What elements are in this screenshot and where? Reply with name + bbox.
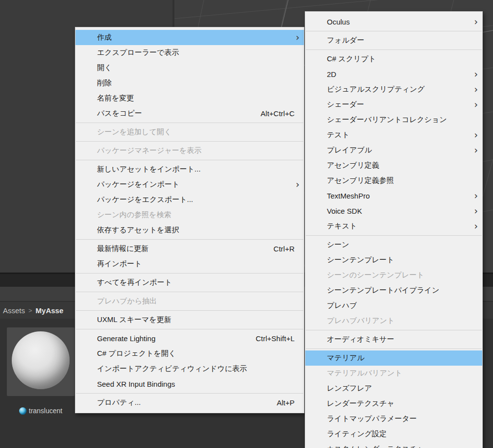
menu-item-label: シーンを追加して開く (97, 127, 172, 137)
menu-item-label: 新しいアセットをインポート... (97, 165, 200, 174)
menu-item[interactable]: ライティング設定 (305, 426, 482, 442)
menu-item[interactable]: プロパティ...Alt+P (75, 395, 304, 410)
menu-item[interactable]: C# プロジェクトを開く (75, 346, 304, 361)
asset-label[interactable]: translucent (7, 407, 74, 415)
menu-item[interactable]: パッケージをインポート› (75, 177, 304, 192)
menu-item-label: レンダーテクスチャ (327, 399, 394, 408)
menu-item[interactable]: 開く (75, 60, 304, 75)
menu-item[interactable]: ビジュアルスクリプティング› (305, 82, 482, 97)
menu-item-label: シーンテンプレート (327, 255, 394, 265)
menu-separator (76, 123, 303, 123)
menu-separator (306, 31, 482, 31)
menu-item-label: 作成 (97, 33, 112, 42)
menu-item[interactable]: アセンブリ定義 (305, 158, 482, 173)
menu-item: マテリアルバリアント (305, 366, 482, 381)
menu-item[interactable]: すべてを再インポート (75, 275, 304, 290)
menu-item[interactable]: シェーダー› (305, 97, 482, 112)
menu-item[interactable]: 依存するアセットを選択 (75, 223, 304, 238)
breadcrumb-root[interactable]: Assets (3, 306, 25, 315)
menu-item[interactable]: Generate LightingCtrl+Shift+L (75, 331, 304, 346)
menu-item-label: UXML スキーマを更新 (97, 315, 172, 324)
submenu-arrow-icon: › (474, 100, 478, 109)
menu-item[interactable]: Voice SDK› (305, 203, 482, 219)
menu-item[interactable]: 削除 (75, 75, 304, 91)
menu-item-label: ビジュアルスクリプティング (327, 85, 425, 94)
menu-item-label: シーン内の参照を検索 (97, 210, 171, 220)
menu-item[interactable]: Seed XR Input Bindings (75, 376, 304, 392)
menu-item-label: パスをコピー (97, 109, 142, 118)
menu-item[interactable]: UXML スキーマを更新 (75, 312, 304, 327)
menu-item[interactable]: 新しいアセットをインポート... (75, 162, 304, 177)
menu-item[interactable]: マテリアル (305, 350, 482, 366)
submenu-arrow-icon: › (296, 179, 299, 189)
menu-item-label: エクスプローラーで表示 (97, 48, 179, 57)
menu-item[interactable]: エクスプローラーで表示 (75, 45, 304, 60)
menu-item-label: プロパティ... (97, 398, 141, 407)
menu-item[interactable]: 最新情報に更新Ctrl+R (75, 241, 304, 256)
submenu-arrow-icon: › (474, 145, 478, 154)
menu-item[interactable]: 作成› (75, 30, 304, 45)
menu-item[interactable]: レンダーテクスチャ (305, 396, 482, 411)
menu-item[interactable]: シーンテンプレートパイプライン (305, 283, 482, 298)
unity-editor: Assets > MyAsse translucent 作成›エクスプローラーで… (0, 0, 493, 448)
menu-item: シーンのシーンテンプレート (305, 268, 482, 283)
menu-separator (306, 235, 482, 236)
menu-item[interactable]: テキスト› (305, 219, 482, 234)
menu-separator (306, 330, 482, 330)
menu-item[interactable]: オーディオミキサー (305, 332, 482, 347)
menu-item-label: パッケージマネージャーを表示 (97, 146, 201, 155)
menu-item[interactable]: ライトマップパラメーター (305, 411, 482, 426)
menu-item[interactable]: 再インポート (75, 256, 304, 272)
menu-item[interactable]: カスタムレンダーテクスチャ (305, 442, 482, 448)
menu-item[interactable]: シェーダーバリアントコレクション (305, 112, 482, 127)
asset-thumbnail[interactable]: translucent (7, 327, 74, 396)
menu-item-label: Oculus (327, 18, 350, 26)
submenu-arrow-icon: › (474, 17, 478, 26)
menu-item[interactable]: C# スクリプト (305, 51, 482, 67)
menu-item-label: 再インポート (97, 259, 142, 269)
menu-item[interactable]: フォルダー (305, 33, 482, 48)
menu-item[interactable]: TextMeshPro› (305, 188, 482, 203)
breadcrumb-current[interactable]: MyAsse (36, 306, 64, 315)
menu-item-label: TextMeshPro (327, 192, 370, 200)
menu-item-label: オーディオミキサー (327, 335, 394, 344)
menu-item[interactable]: 名前を変更 (75, 91, 304, 106)
menu-item-label: カスタムレンダーテクスチャ (327, 445, 424, 448)
menu-shortcut: Ctrl+Shift+L (256, 334, 295, 343)
menu-item: パッケージマネージャーを表示 (75, 143, 304, 158)
menu-item-label: Seed XR Input Bindings (97, 380, 175, 388)
menu-item-label: フォルダー (327, 36, 364, 45)
menu-item[interactable]: レンズフレア (305, 381, 482, 396)
menu-item[interactable]: Oculus› (305, 14, 482, 29)
menu-item: プレハブバリアント (305, 313, 482, 328)
menu-item-label: 名前を変更 (97, 94, 134, 103)
create-submenu: Oculus›フォルダーC# スクリプト2D›ビジュアルスクリプティング›シェー… (305, 11, 483, 448)
menu-item[interactable]: パッケージをエクスポート... (75, 192, 304, 207)
submenu-arrow-icon: › (474, 191, 478, 200)
menu-item[interactable]: プレイアブル› (305, 143, 482, 158)
menu-separator (76, 239, 303, 240)
menu-item[interactable]: アセンブリ定義参照 (305, 173, 482, 188)
menu-item[interactable]: シーン (305, 237, 482, 252)
menu-item[interactable]: インポートアクティビティウィンドウに表示 (75, 361, 304, 376)
menu-item[interactable]: プレハブ (305, 298, 482, 313)
menu-item-label: 削除 (97, 78, 112, 88)
menu-item[interactable]: パスをコピーAlt+Ctrl+C (75, 106, 304, 121)
menu-item-label: Generate Lighting (97, 334, 155, 343)
menu-item: プレハブから抽出 (75, 294, 304, 309)
menu-item[interactable]: シーンテンプレート (305, 252, 482, 268)
menu-item-label: パッケージをエクスポート... (97, 195, 193, 204)
menu-separator (76, 273, 303, 274)
context-menu: 作成›エクスプローラーで表示開く削除名前を変更パスをコピーAlt+Ctrl+Cシ… (75, 27, 304, 413)
material-preview-sphere (12, 331, 70, 389)
menu-separator (306, 50, 482, 50)
menu-item-label: マテリアル (327, 353, 365, 363)
menu-item[interactable]: テスト› (305, 127, 482, 143)
menu-shortcut: Alt+Ctrl+C (261, 109, 295, 118)
menu-item-label: 最新情報に更新 (97, 244, 148, 253)
menu-item: シーンを追加して開く (75, 124, 304, 140)
menu-item-label: シェーダーバリアントコレクション (327, 115, 447, 124)
menu-shortcut: Alt+P (277, 398, 295, 407)
menu-item: シーン内の参照を検索 (75, 207, 304, 223)
menu-item[interactable]: 2D› (305, 67, 482, 82)
